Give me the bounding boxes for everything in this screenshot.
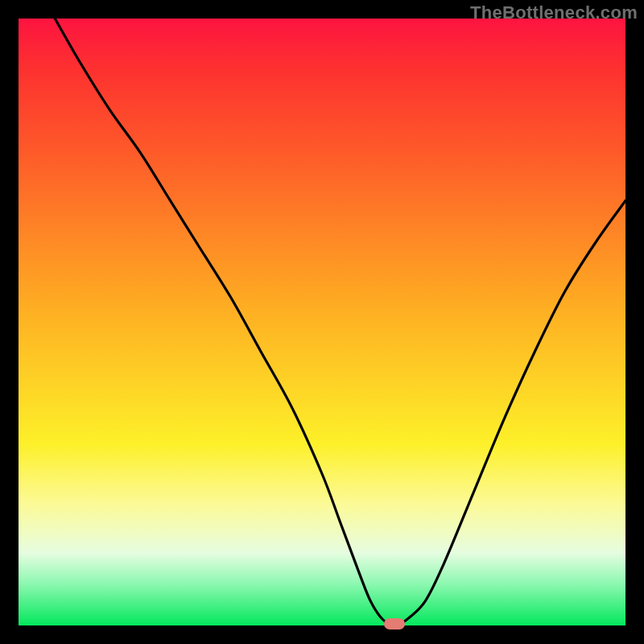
chart-frame: TheBottleneck.com <box>0 0 644 644</box>
plot-area <box>19 19 625 625</box>
watermark-text: TheBottleneck.com <box>470 2 638 23</box>
bottleneck-curve <box>19 19 625 625</box>
min-marker <box>384 618 405 630</box>
